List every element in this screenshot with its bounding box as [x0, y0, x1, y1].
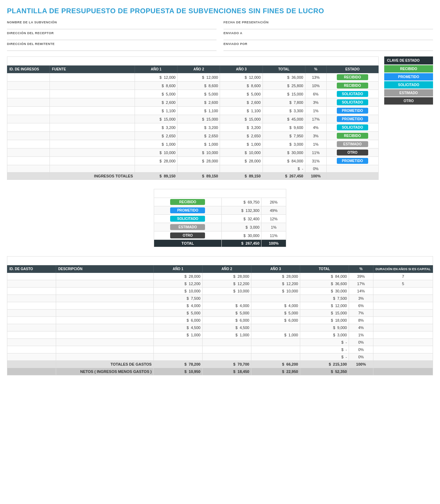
res-amount: $ 267,450	[221, 240, 261, 247]
gasto-tot-label: TOTALES DE GASTOS	[56, 361, 153, 368]
res-badge: ESTIMADO	[170, 224, 205, 230]
gasto-id-cell	[7, 288, 56, 295]
ing-estado-cell: SOLICITADO	[326, 90, 378, 98]
gasto-desc-cell	[56, 288, 153, 295]
res-label: OTRO	[154, 231, 222, 240]
ing-y2-cell: $ 12,000	[177, 73, 220, 82]
gasto-y2-cell: $ 28,000	[202, 273, 251, 280]
enviado-a-label: ENVIADO A	[223, 31, 433, 35]
ing-estado-cell: RECIBIDO	[326, 73, 378, 82]
ing-total-cell: $ 9,600	[263, 123, 305, 132]
ing-y1-cell: $ 5,000	[135, 90, 177, 98]
ing-y2-cell: $ 1,000	[177, 140, 220, 148]
gasto-capital-cell	[373, 331, 433, 339]
col-gasto-anio2: AÑO 2	[202, 265, 251, 273]
gasto-total-cell: $ 18,000	[300, 317, 349, 324]
ing-estado-cell: OTRO	[326, 148, 378, 157]
gasto-y3-cell: $ 10,000	[251, 288, 300, 295]
gasto-desc-cell	[56, 331, 153, 339]
gasto-total-cell: $ 12,000	[300, 302, 349, 310]
gasto-y1-cell: $ 4,500	[153, 324, 202, 331]
netos-id	[7, 368, 56, 375]
ing-id-cell	[7, 73, 50, 82]
ing-tot-pct: 100%	[305, 173, 326, 180]
ing-total-cell: $ 7,800	[263, 98, 305, 107]
gasto-y3-cell	[251, 295, 300, 302]
ing-y3-cell: $ 28,000	[220, 157, 263, 165]
gasto-total-cell: $ -	[300, 346, 349, 353]
gasto-pct-cell: 39%	[349, 273, 373, 280]
ing-pct-cell: 17%	[305, 115, 326, 123]
gasto-capital-cell	[373, 339, 433, 346]
ing-tot-y2: $ 89,150	[177, 173, 220, 180]
ing-y1-cell	[135, 165, 177, 173]
gasto-y1-cell: $ 28,000	[153, 273, 202, 280]
res-amount: $ 69,750	[221, 198, 261, 206]
res-label: RECIBIDO	[154, 198, 222, 206]
gasto-y3-cell: $ 5,000	[251, 310, 300, 317]
ing-id-cell	[7, 157, 50, 165]
gasto-total-cell: $ 30,000	[300, 288, 349, 295]
ing-y1-cell: $ 1,000	[135, 140, 177, 148]
gasto-y2-cell: $ 10,000	[202, 288, 251, 295]
netos-pct	[349, 368, 373, 375]
res-badge: RECIBIDO	[170, 199, 205, 205]
ing-fuente-cell	[50, 115, 135, 123]
ing-y2-cell: $ 28,000	[177, 157, 220, 165]
gasto-y3-cell: $ 6,000	[251, 317, 300, 324]
ing-fuente-cell	[50, 148, 135, 157]
col-anio1: AÑO 1	[135, 66, 177, 73]
gasto-desc-cell	[56, 310, 153, 317]
gasto-capital-cell: 7	[373, 273, 433, 280]
gasto-y2-cell: $ 12,200	[202, 280, 251, 288]
gasto-y2-cell: $ 5,000	[202, 310, 251, 317]
netos-y3: $ 22,950	[251, 368, 300, 375]
gasto-section-header: GASTO	[7, 257, 433, 265]
legend-item: PROMETIDO	[384, 73, 433, 81]
legend-title: CLAVE DE ESTADO	[384, 56, 433, 64]
ing-y3-cell: $ 3,200	[220, 123, 263, 132]
gasto-pct-cell: 14%	[349, 288, 373, 295]
estado-badge: OTRO	[337, 150, 368, 155]
ing-y1-cell: $ 2,600	[135, 98, 177, 107]
legend-item: ESTIMADO	[384, 89, 433, 97]
gasto-y3-cell: $ 12,200	[251, 280, 300, 288]
ing-total-cell: $ 45,000	[263, 115, 305, 123]
ing-total-cell: $ 7,950	[263, 132, 305, 140]
gasto-capital-cell	[373, 317, 433, 324]
gasto-capital-cell: 5	[373, 280, 433, 288]
gasto-capital-cell	[373, 288, 433, 295]
gasto-tot-total: $ 215,100	[300, 361, 349, 368]
ing-total-cell: $ 3,300	[263, 107, 305, 115]
nombre-subvencion-field: NOMBRE DE LA SUBVENCIÓN	[7, 21, 217, 29]
ing-y1-cell: $ 15,000	[135, 115, 177, 123]
gasto-desc-cell	[56, 317, 153, 324]
gasto-y1-cell	[153, 339, 202, 346]
ing-y2-cell: $ 2,650	[177, 132, 220, 140]
gasto-id-cell	[7, 331, 56, 339]
gasto-capital-cell	[373, 353, 433, 361]
gasto-y1-cell: $ 5,000	[153, 310, 202, 317]
res-amount: $ 3,000	[221, 223, 261, 231]
gasto-pct-cell: 3%	[349, 295, 373, 302]
gasto-y2-cell: $ 4,000	[202, 302, 251, 310]
gasto-pct-cell: 0%	[349, 339, 373, 346]
gasto-capital-cell	[373, 295, 433, 302]
main-title: PLANTILLA DE PRESUPUESTO DE PROPUESTA DE…	[7, 7, 433, 15]
ing-y1-cell: $ 12,000	[135, 73, 177, 82]
gasto-y3-cell	[251, 324, 300, 331]
ing-tot-y1: $ 89,150	[135, 173, 177, 180]
gasto-capital-cell	[373, 310, 433, 317]
gasto-id-cell	[7, 310, 56, 317]
estado-badge: SOLICITADO	[337, 124, 368, 130]
ing-total-cell: $ 3,000	[263, 140, 305, 148]
res-pct: 49%	[261, 206, 286, 215]
ing-y3-cell: $ 12,000	[220, 73, 263, 82]
ing-y3-cell: $ 8,600	[220, 82, 263, 90]
col-gasto-pct: %	[349, 265, 373, 273]
gasto-y3-cell: $ 1,000	[251, 331, 300, 339]
gasto-capital-cell	[373, 346, 433, 353]
gasto-total-cell: $ 7,500	[300, 295, 349, 302]
gasto-desc-cell	[56, 324, 153, 331]
ing-y1-cell: $ 28,000	[135, 157, 177, 165]
